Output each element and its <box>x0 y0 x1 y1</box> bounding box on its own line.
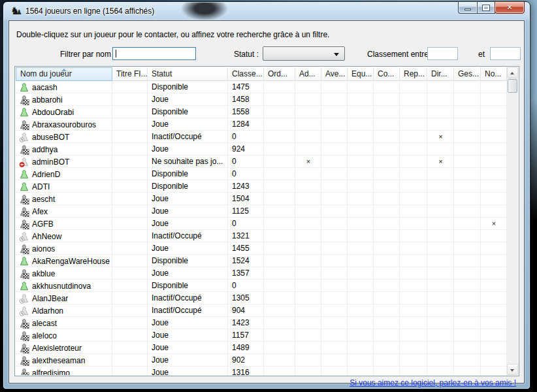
titre-cell <box>112 118 148 131</box>
column-header-no[interactable]: No... <box>481 67 507 81</box>
table-row[interactable]: AlanJBearInactif/Occupé1305 <box>16 292 507 304</box>
table-row[interactable]: aacashDisponible1475 <box>16 81 507 93</box>
column-header-statut[interactable]: Statut <box>148 67 228 81</box>
statut-cell: Disponible <box>148 280 228 292</box>
co-mark-cell <box>374 168 400 180</box>
classement-cell: 1321 <box>228 230 264 242</box>
table-row[interactable]: abbarohiJoue1458 <box>16 93 507 106</box>
player-name: alextheseaman <box>32 355 85 367</box>
table-row[interactable]: addhyaJoue924 <box>16 143 507 155</box>
player-name-cell: aacash <box>16 81 112 93</box>
scrollbar-thumb[interactable] <box>508 79 517 93</box>
column-header-ad[interactable]: Ad... <box>295 67 321 81</box>
rep-mark-cell <box>400 329 427 342</box>
ges-mark-cell <box>454 255 481 267</box>
column-header-name[interactable]: Nom du joueur <box>16 67 112 81</box>
maximize-button[interactable] <box>477 1 495 14</box>
co-mark-cell <box>374 342 400 354</box>
player-name-cell: AbdouOrabi <box>16 106 112 118</box>
player-name-cell: akblue <box>16 267 112 280</box>
share-link[interactable]: Si vous aimez ce logiciel, parlez-en à v… <box>350 378 516 387</box>
ord-mark-cell <box>264 255 295 267</box>
titre-cell <box>112 143 148 155</box>
table-row[interactable]: AlexisletroteurJoue1489 <box>16 342 507 354</box>
table-row[interactable]: aeschtJoue1504 <box>16 193 507 205</box>
ave-mark-cell <box>321 118 348 131</box>
column-header-ave[interactable]: Ave... <box>321 67 348 81</box>
table-header: Nom du joueurTitre FI...StatutClasse...O… <box>16 67 507 81</box>
co-mark-cell <box>374 205 400 218</box>
ges-mark-cell <box>454 317 481 329</box>
table-row[interactable]: alelocoJoue1157 <box>16 329 507 342</box>
vertical-scrollbar[interactable] <box>507 67 518 375</box>
equ-mark-cell <box>348 143 374 155</box>
table-row[interactable]: alecastJoue1423 <box>16 317 507 329</box>
ad-mark-cell <box>295 106 321 118</box>
statut-dropdown[interactable] <box>263 46 345 61</box>
rep-mark-cell <box>400 155 427 168</box>
table-row[interactable]: akblueJoue1357 <box>16 267 507 280</box>
dir-mark-cell <box>427 317 454 329</box>
titre-cell <box>112 155 148 168</box>
co-mark-cell <box>374 193 400 205</box>
no-mark-cell <box>481 242 507 255</box>
player-name-cell: Aldarhon <box>16 304 112 317</box>
rating-max-input[interactable] <box>490 47 521 60</box>
column-header-dir[interactable]: Dir... <box>427 67 454 81</box>
table-row[interactable]: AbdouOrabiDisponible1558 <box>16 106 507 118</box>
classement-cell: 1125 <box>228 205 264 218</box>
co-mark-cell <box>374 81 400 93</box>
co-mark-cell <box>374 131 400 143</box>
no-mark-cell <box>481 230 507 242</box>
table-row[interactable]: aionosJoue1455 <box>16 242 507 255</box>
classement-cell: 1489 <box>228 342 264 354</box>
table-row[interactable]: AfexJoue1125 <box>16 205 507 218</box>
column-header-ord[interactable]: Ord... <box>264 67 295 81</box>
ad-mark-cell <box>295 230 321 242</box>
minimize-button[interactable] <box>458 1 478 14</box>
table-row[interactable]: AhNeowInactif/Occupé1321 <box>16 230 507 242</box>
table-row[interactable]: adminBOTNe souhaite pas jo...0×× <box>16 155 507 168</box>
rating-min-input[interactable] <box>427 47 458 60</box>
close-button[interactable]: ✕ <box>495 1 525 14</box>
table-row[interactable]: akkhusnutdinovaDisponible0 <box>16 280 507 292</box>
column-header-rep[interactable]: Rep... <box>400 67 427 81</box>
no-mark-cell <box>481 93 507 106</box>
table-row[interactable]: ADTIDisponible1243 <box>16 180 507 193</box>
dir-mark-cell <box>427 168 454 180</box>
pawn-playing-icon <box>19 355 29 366</box>
table-row[interactable]: alextheseamanJoue902 <box>16 354 507 367</box>
pawn-inactive-icon <box>19 132 29 142</box>
column-header-classement[interactable]: Classe... <box>228 67 264 81</box>
ave-mark-cell <box>321 317 348 329</box>
table-row[interactable]: AkaRengaWareHouseDisponible1524 <box>16 255 507 267</box>
co-mark-cell <box>374 354 400 367</box>
table-row[interactable]: AbraxasouroburosJoue1284 <box>16 118 507 131</box>
table-row[interactable]: AGFBJoue0× <box>16 218 507 230</box>
dir-mark-cell <box>427 143 454 155</box>
classement-cell: 1305 <box>228 292 264 304</box>
table-row[interactable]: abuseBOTInactif/Occupé0× <box>16 131 507 143</box>
column-header-co[interactable]: Co... <box>374 67 400 81</box>
arrow-up-icon <box>510 72 514 74</box>
player-name-cell: Afex <box>16 205 112 218</box>
scroll-down-button[interactable] <box>507 364 518 375</box>
equ-mark-cell <box>348 230 374 242</box>
table-row[interactable]: alfredisimoJoue1316 <box>16 367 507 375</box>
pawn-playing-icon <box>19 343 29 353</box>
ave-mark-cell <box>321 106 348 118</box>
pawn-playing-icon <box>19 368 29 376</box>
column-header-equ[interactable]: Equ... <box>348 67 374 81</box>
scroll-up-button[interactable] <box>507 67 518 78</box>
filter-name-input[interactable] <box>112 47 196 60</box>
rep-mark-cell <box>400 93 427 106</box>
table-row[interactable]: AldarhonInactif/Occupé904 <box>16 304 507 317</box>
title-bar[interactable]: ♞ ♟ 1564 joueurs en ligne (1564 affichés… <box>3 2 530 20</box>
statut-cell: Disponible <box>148 168 228 180</box>
column-header-ges[interactable]: Ges... <box>454 67 481 81</box>
table-row[interactable]: AdrienDDisponible0 <box>16 168 507 180</box>
co-mark-cell <box>374 317 400 329</box>
ad-mark-cell <box>295 329 321 342</box>
column-header-titre[interactable]: Titre FI... <box>112 67 148 81</box>
ad-mark-cell <box>295 317 321 329</box>
